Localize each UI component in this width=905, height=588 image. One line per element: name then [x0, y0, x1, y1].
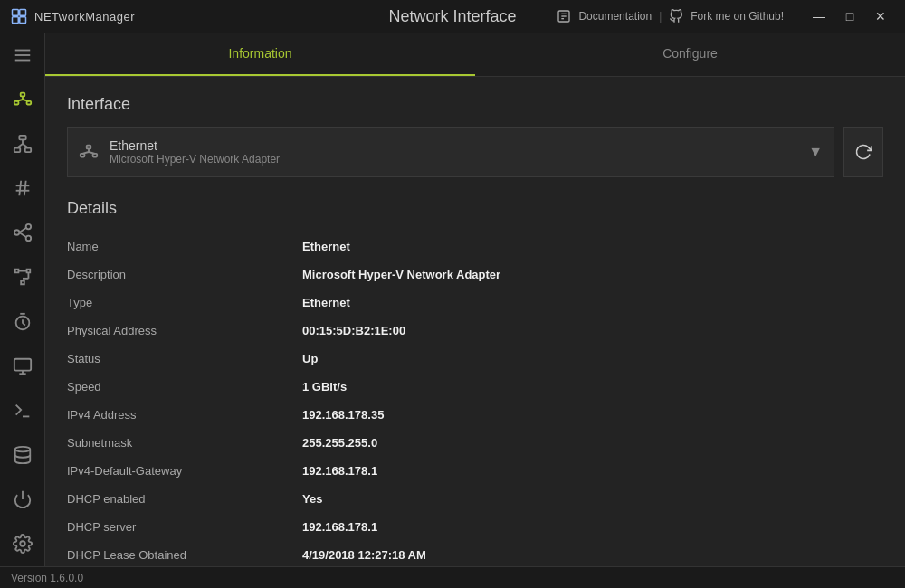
- svg-rect-19: [24, 148, 30, 153]
- svg-rect-37: [14, 359, 30, 371]
- details-heading: Details: [67, 199, 883, 218]
- title-bar: NETworkManager Network Interface Documen…: [0, 0, 905, 33]
- interface-select-wrapper[interactable]: Ethernet Microsoft Hyper-V Network Adapt…: [67, 127, 834, 177]
- sidebar-item-flow[interactable]: [0, 255, 45, 299]
- svg-rect-44: [81, 154, 85, 157]
- table-row: DHCP enabled Yes: [67, 485, 883, 513]
- details-table: Name Ethernet Description Microsoft Hype…: [67, 232, 883, 566]
- close-button[interactable]: ✕: [867, 7, 894, 25]
- svg-line-48: [82, 152, 89, 154]
- table-row: DHCP Lease Obtained 4/19/2018 12:27:18 A…: [67, 541, 883, 566]
- sidebar-item-nodes[interactable]: [0, 211, 45, 255]
- monitor-icon: [13, 356, 33, 376]
- detail-label: Status: [67, 352, 302, 365]
- github-link[interactable]: Fork me on Github!: [691, 10, 784, 23]
- detail-label: Subnetmask: [67, 436, 302, 450]
- detail-value: 00:15:5D:B2:1E:00: [302, 324, 405, 337]
- title-bar-right: Documentation | Fork me on Github! — □ ✕: [557, 7, 894, 25]
- detail-value: 4/19/2018 12:27:18 AM: [302, 548, 426, 562]
- interface-select-text: Ethernet Microsoft Hyper-V Network Adapt…: [110, 138, 280, 166]
- sidebar-item-terminal[interactable]: [0, 388, 45, 432]
- app-title: NETworkManager: [34, 10, 135, 24]
- table-row: IPv4 Address 192.168.178.35: [67, 401, 883, 429]
- tab-information[interactable]: Information: [45, 33, 475, 76]
- sidebar-item-timer[interactable]: [0, 299, 45, 344]
- app-icon: [11, 8, 27, 24]
- ethernet-icon: [79, 142, 99, 162]
- detail-value: Microsoft Hyper-V Network Adapter: [302, 268, 500, 281]
- detail-label: Name: [67, 240, 302, 253]
- detail-label: DHCP server: [67, 520, 302, 534]
- svg-rect-12: [20, 92, 24, 96]
- refresh-icon: [854, 143, 872, 161]
- refresh-button[interactable]: [843, 127, 883, 177]
- detail-label: Speed: [67, 380, 302, 394]
- detail-value: 1 GBit/s: [302, 380, 347, 394]
- doc-link[interactable]: Documentation: [578, 10, 652, 23]
- detail-label: IPv4-Default-Gateway: [67, 464, 302, 478]
- detail-label: IPv4 Address: [67, 408, 302, 422]
- svg-line-25: [19, 181, 21, 196]
- hashtag-icon: [13, 178, 33, 198]
- detail-value: 192.168.178.1: [302, 520, 377, 534]
- sidebar-item-monitor[interactable]: [0, 344, 45, 388]
- svg-rect-18: [14, 148, 19, 153]
- detail-value: Ethernet: [302, 296, 350, 309]
- sidebar-item-menu[interactable]: [0, 33, 45, 77]
- maximize-button[interactable]: □: [836, 7, 863, 25]
- status-bar: Version 1.6.0.0: [0, 566, 905, 588]
- svg-rect-11: [14, 101, 18, 105]
- svg-rect-2: [13, 17, 19, 24]
- detail-label: DHCP Lease Obtained: [67, 548, 302, 562]
- github-icon: [669, 9, 683, 24]
- table-row: Name Ethernet: [67, 232, 883, 261]
- power-icon: [13, 489, 33, 509]
- svg-line-49: [89, 152, 95, 154]
- interface-row: Ethernet Microsoft Hyper-V Network Adapt…: [67, 127, 883, 177]
- tab-configure[interactable]: Configure: [475, 33, 905, 76]
- interface-name: Ethernet: [110, 138, 280, 153]
- svg-rect-45: [93, 154, 98, 157]
- detail-label: Type: [67, 296, 302, 309]
- sidebar-item-storage[interactable]: [0, 433, 45, 478]
- sidebar-item-network[interactable]: [0, 77, 45, 121]
- minimize-button[interactable]: —: [805, 7, 833, 25]
- svg-point-28: [25, 224, 30, 230]
- sidebar-item-settings[interactable]: [0, 522, 45, 566]
- network-icon: [13, 90, 33, 109]
- svg-point-27: [14, 231, 19, 236]
- detail-value: Up: [302, 352, 318, 365]
- svg-line-31: [19, 232, 25, 237]
- sidebar-item-hashtag[interactable]: [0, 166, 45, 211]
- sidebar-item-hierarchy[interactable]: [0, 121, 45, 166]
- version-text: Version 1.6.0.0: [11, 572, 83, 584]
- detail-label: DHCP enabled: [67, 492, 302, 506]
- title-bar-left: NETworkManager: [11, 8, 135, 24]
- doc-icon: [557, 9, 571, 24]
- detail-value: 192.168.178.35: [302, 408, 384, 422]
- table-row: Status Up: [67, 345, 883, 373]
- table-row: Description Microsoft Hyper-V Network Ad…: [67, 261, 883, 289]
- svg-point-43: [20, 542, 25, 547]
- settings-icon: [13, 534, 33, 554]
- scrollable-content: Interface Ethernet: [45, 77, 905, 566]
- svg-line-15: [16, 100, 23, 101]
- window-controls: — □ ✕: [805, 7, 894, 25]
- detail-label: Physical Address: [67, 324, 302, 337]
- svg-rect-17: [19, 136, 25, 140]
- nodes-icon: [13, 223, 33, 242]
- sidebar: [0, 33, 45, 566]
- sidebar-item-power[interactable]: [0, 478, 45, 522]
- tabs-bar: Information Configure: [45, 33, 905, 77]
- svg-point-41: [14, 447, 30, 452]
- link-separator: |: [659, 10, 662, 23]
- title-bar-links: Documentation | Fork me on Github!: [557, 9, 784, 24]
- table-row: Subnetmask 255.255.255.0: [67, 429, 883, 457]
- hamburger-icon: [13, 45, 33, 65]
- terminal-icon: [13, 401, 33, 421]
- svg-rect-0: [13, 10, 19, 16]
- detail-value: Yes: [302, 492, 322, 506]
- flow-icon: [13, 267, 33, 287]
- table-row: Physical Address 00:15:5D:B2:1E:00: [67, 317, 883, 345]
- svg-rect-13: [26, 101, 31, 105]
